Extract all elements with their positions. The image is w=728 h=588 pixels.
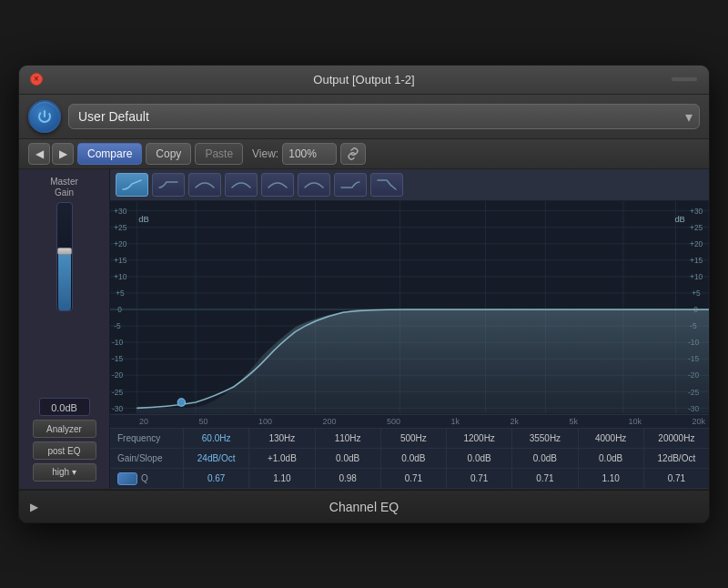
freq-band-7[interactable]: 4000Hz (578, 429, 643, 448)
freq-label-200: 200 (322, 417, 336, 426)
q-label: Q (141, 473, 148, 483)
freq-label-1k: 1k (450, 417, 460, 426)
high-button[interactable]: high ▾ (33, 463, 96, 482)
freq-band-8[interactable]: 20000Hz (643, 429, 709, 448)
gain-band-7[interactable]: 0.0dB (578, 449, 643, 468)
band-icon-2[interactable] (152, 173, 185, 197)
svg-text:0: 0 (117, 305, 122, 314)
compare-button[interactable]: Compare (77, 143, 142, 165)
svg-text:-10: -10 (112, 338, 123, 347)
band-icon-8[interactable] (370, 173, 403, 197)
freq-label-20k: 20k (692, 417, 705, 426)
window-title: Output [Output 1-2] (313, 73, 414, 86)
preset-dropdown[interactable]: User Default (68, 104, 700, 129)
paste-button[interactable]: Paste (195, 143, 243, 165)
left-panel: MasterGain 0.0dB Analyzer post EQ high ▾ (19, 169, 110, 490)
gain-band-1[interactable]: 24dB/Oct (183, 449, 248, 468)
svg-text:+10: +10 (114, 272, 126, 281)
band-icon-3[interactable] (188, 173, 221, 197)
q-band-3[interactable]: 0.98 (315, 469, 380, 488)
slider-container (25, 202, 104, 395)
link-button[interactable] (340, 143, 366, 165)
svg-text:+25: +25 (690, 222, 703, 231)
main-area: MasterGain 0.0dB Analyzer post EQ high ▾ (19, 169, 709, 491)
freq-label-10k: 10k (628, 417, 642, 426)
freq-band-6[interactable]: 3550Hz (511, 429, 577, 448)
band-icon-5[interactable] (261, 173, 294, 197)
band-icon-7[interactable] (334, 173, 367, 197)
band-icon-6[interactable] (298, 173, 330, 197)
minimize-button[interactable] (671, 76, 698, 82)
freq-labels-row: 20 50 100 200 500 1k 2k 5k 10k 20k (110, 414, 709, 428)
gain-band-4[interactable]: 0.0dB (380, 449, 446, 468)
svg-text:-5: -5 (114, 321, 121, 330)
back-button[interactable]: ◀ (28, 143, 50, 165)
master-gain-slider[interactable] (56, 202, 73, 311)
freq-band-1[interactable]: 60.0Hz (183, 429, 248, 448)
eq-panel: +30 +25 +20 +15 +10 +5 0 -5 -10 -15 -20 … (110, 169, 709, 490)
eq-display[interactable]: +30 +25 +20 +15 +10 +5 0 -5 -10 -15 -20 … (110, 201, 709, 415)
svg-text:+20: +20 (690, 238, 703, 248)
gain-band-5[interactable]: 0.0dB (446, 449, 511, 468)
svg-text:+30: +30 (690, 206, 703, 215)
nav-buttons: ◀ ▶ (28, 143, 74, 165)
svg-point-54 (177, 398, 185, 406)
freq-label-2k: 2k (510, 417, 519, 426)
band-icon-4[interactable] (225, 173, 258, 197)
gain-value: 0.0dB (39, 398, 90, 416)
eq-graph: +30 +25 +20 +15 +10 +5 0 -5 -10 -15 -20 … (110, 201, 709, 414)
plugin-title: Channel EQ (329, 500, 399, 514)
q-band-7[interactable]: 1.10 (578, 469, 643, 488)
q-color-swatch (117, 472, 137, 485)
band-icons-row (110, 169, 709, 201)
view-dropdown[interactable]: 100% 75% 50% (282, 143, 337, 165)
close-button[interactable] (30, 73, 43, 86)
power-button[interactable] (28, 100, 61, 133)
gain-band-3[interactable]: 0.0dB (315, 449, 380, 468)
post-eq-button[interactable]: post EQ (33, 441, 96, 460)
svg-text:+15: +15 (114, 256, 126, 265)
q-band-2[interactable]: 1.10 (248, 469, 314, 488)
preset-dropdown-wrapper[interactable]: User Default (68, 104, 700, 129)
q-band-4[interactable]: 0.71 (380, 469, 446, 488)
title-bar: Output [Output 1-2] (19, 66, 709, 95)
analyzer-button[interactable]: Analyzer (33, 420, 96, 438)
svg-text:+20: +20 (114, 238, 126, 248)
freq-band-4[interactable]: 500Hz (380, 429, 446, 448)
gain-slope-row: Gain/Slope 24dB/Oct +1.0dB 0.0dB 0.0dB 0… (110, 449, 709, 469)
freq-label-5k: 5k (569, 417, 578, 426)
freq-band-3[interactable]: 110Hz (315, 429, 380, 448)
svg-text:-20: -20 (112, 370, 123, 380)
freq-label-500: 500 (387, 417, 400, 426)
svg-text:-15: -15 (112, 354, 123, 363)
svg-text:+10: +10 (690, 272, 703, 281)
copy-button[interactable]: Copy (146, 143, 191, 165)
gain-band-2[interactable]: +1.0dB (248, 449, 314, 468)
toolbar: ◀ ▶ Compare Copy Paste View: 100% 75% 50… (19, 139, 709, 169)
freq-label-20: 20 (139, 417, 148, 426)
master-gain-label: MasterGain (50, 177, 78, 198)
svg-text:dB: dB (674, 214, 684, 224)
svg-text:-30: -30 (112, 403, 123, 412)
band-icon-1[interactable] (116, 173, 148, 197)
q-band-5[interactable]: 0.71 (446, 469, 511, 488)
q-row: Q 0.67 1.10 0.98 0.71 0.71 0.71 1.10 0.7… (110, 469, 709, 489)
preset-row: User Default (19, 95, 709, 139)
frequency-label: Frequency (110, 433, 183, 443)
svg-text:+5: +5 (116, 289, 125, 298)
main-window: Output [Output 1-2] User Default ◀ ▶ Com… (18, 65, 710, 524)
q-band-1[interactable]: 0.67 (183, 469, 248, 488)
forward-button[interactable]: ▶ (52, 143, 74, 165)
view-label: View: (252, 147, 278, 160)
params-grid: Frequency 60.0Hz 130Hz 110Hz 500Hz 1200H… (110, 428, 709, 489)
q-band-6[interactable]: 0.71 (511, 469, 577, 488)
svg-text:-25: -25 (112, 387, 123, 396)
play-button[interactable]: ▶ (30, 501, 38, 513)
freq-band-2[interactable]: 130Hz (248, 429, 314, 448)
gain-band-8[interactable]: 12dB/Oct (643, 449, 709, 468)
freq-band-5[interactable]: 1200Hz (446, 429, 511, 448)
freq-label-100: 100 (258, 417, 272, 426)
q-band-8[interactable]: 0.71 (643, 469, 709, 488)
svg-text:+5: +5 (692, 289, 701, 298)
gain-band-6[interactable]: 0.0dB (511, 449, 577, 468)
